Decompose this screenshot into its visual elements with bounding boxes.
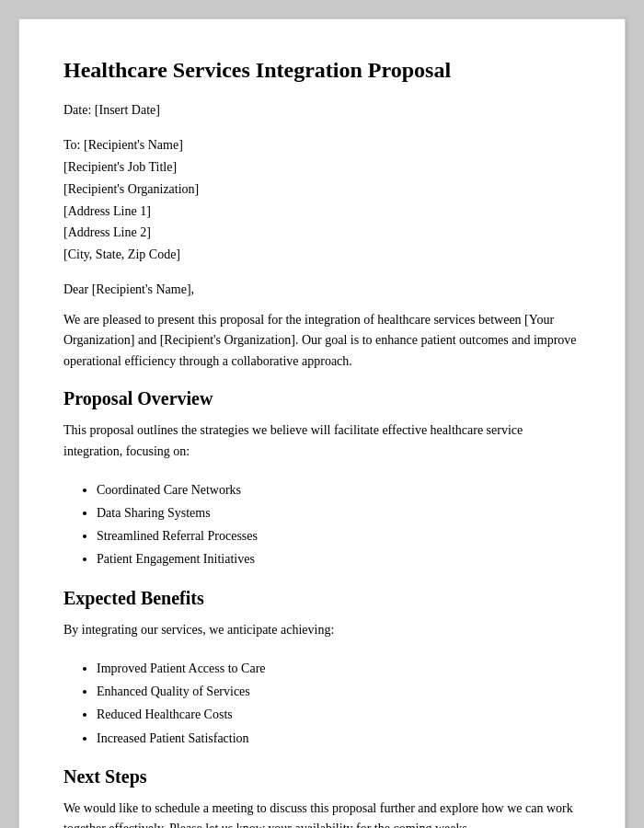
list-item: Coordinated Care Networks [97,478,581,501]
expected-benefits-body: By integrating our services, we anticipa… [63,620,581,640]
proposal-overview-list: Coordinated Care Networks Data Sharing S… [63,478,581,571]
expected-benefits-heading: Expected Benefits [63,588,581,609]
list-item: Patient Engagement Initiatives [97,547,581,570]
document-container: Healthcare Services Integration Proposal… [18,18,626,828]
list-item: Increased Patient Satisfaction [97,727,581,750]
list-item: Streamlined Referral Processes [97,524,581,547]
recipient-block: To: [Recipient's Name] [Recipient's Job … [63,134,581,266]
recipient-address2: [Address Line 2] [63,222,581,244]
intro-paragraph: We are pleased to present this proposal … [63,310,581,372]
salutation: Dear [Recipient's Name], [63,282,581,297]
date-line: Date: [Insert Date] [63,103,581,118]
expected-benefits-list: Improved Patient Access to Care Enhanced… [63,657,581,750]
recipient-organization: [Recipient's Organization] [63,178,581,201]
list-item: Improved Patient Access to Care [97,657,581,680]
document-title: Healthcare Services Integration Proposal [63,56,581,85]
list-item: Enhanced Quality of Services [97,680,581,703]
next-steps-heading: Next Steps [63,766,581,788]
recipient-job-title: [Recipient's Job Title] [63,156,581,178]
list-item: Data Sharing Systems [97,501,581,524]
recipient-address1: [Address Line 1] [63,201,581,223]
proposal-overview-heading: Proposal Overview [63,388,581,409]
next-steps-paragraph1: We would like to schedule a meeting to d… [63,799,581,828]
recipient-city-state-zip: [City, State, Zip Code] [63,244,581,266]
recipient-name: To: [Recipient's Name] [63,134,581,156]
proposal-overview-body: This proposal outlines the strategies we… [63,420,581,462]
list-item: Reduced Healthcare Costs [97,703,581,726]
